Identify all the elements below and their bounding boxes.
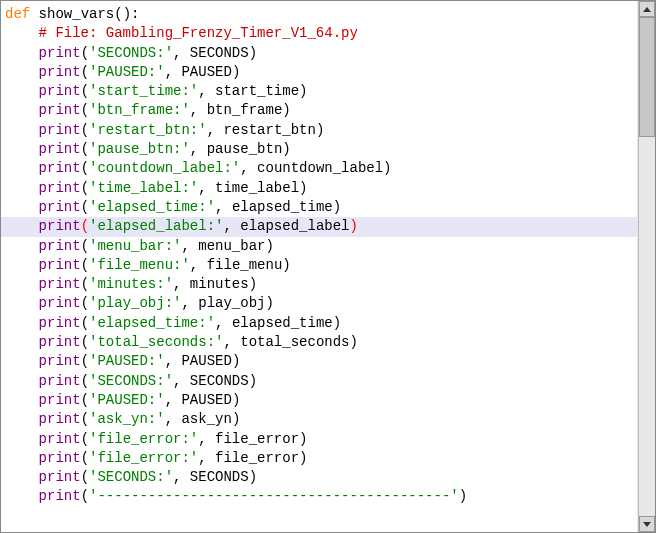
variable-ref: elapsed_time bbox=[232, 315, 333, 331]
print-builtin: print bbox=[39, 257, 81, 273]
string-literal: 'total_seconds:' bbox=[89, 334, 223, 350]
print-builtin: print bbox=[39, 315, 81, 331]
code-editor-frame: def show_vars(): # File: Gambling_Frenzy… bbox=[0, 0, 656, 533]
print-builtin: print bbox=[39, 180, 81, 196]
code-line-print-19: print('ask_yn:', ask_yn) bbox=[1, 410, 637, 429]
code-line-print-16: print('PAUSED:', PAUSED) bbox=[1, 352, 637, 371]
string-literal: 'countdown_label:' bbox=[89, 160, 240, 176]
arrow-up-icon bbox=[643, 7, 651, 12]
comment-text: # File: Gambling_Frenzy_Timer_V1_64.py bbox=[5, 25, 358, 41]
print-builtin: print bbox=[39, 334, 81, 350]
code-area[interactable]: def show_vars(): # File: Gambling_Frenzy… bbox=[1, 1, 637, 532]
code-line-print-18: print('PAUSED:', PAUSED) bbox=[1, 391, 637, 410]
variable-ref: countdown_label bbox=[257, 160, 383, 176]
code-line-print-2: print('start_time:', start_time) bbox=[1, 82, 637, 101]
code-line-print-12: print('minutes:', minutes) bbox=[1, 275, 637, 294]
code-line-print-15: print('total_seconds:', total_seconds) bbox=[1, 333, 637, 352]
variable-ref: SECONDS bbox=[190, 373, 249, 389]
code-line-print-11: print('file_menu:', file_menu) bbox=[1, 256, 637, 275]
variable-ref: PAUSED bbox=[181, 353, 231, 369]
variable-ref: minutes bbox=[190, 276, 249, 292]
variable-ref: start_time bbox=[215, 83, 299, 99]
variable-ref: ask_yn bbox=[181, 411, 231, 427]
variable-ref: menu_bar bbox=[198, 238, 265, 254]
keyword-def: def bbox=[5, 6, 30, 22]
string-literal: 'restart_btn:' bbox=[89, 122, 207, 138]
code-line-print-1: print('PAUSED:', PAUSED) bbox=[1, 63, 637, 82]
code-line-print-8: print('elapsed_time:', elapsed_time) bbox=[1, 198, 637, 217]
variable-ref: file_error bbox=[215, 431, 299, 447]
print-builtin: print bbox=[39, 45, 81, 61]
string-literal: 'SECONDS:' bbox=[89, 469, 173, 485]
string-literal: 'file_error:' bbox=[89, 431, 198, 447]
code-line-print-14: print('elapsed_time:', elapsed_time) bbox=[1, 314, 637, 333]
variable-ref: SECONDS bbox=[190, 45, 249, 61]
string-literal: 'SECONDS:' bbox=[89, 45, 173, 61]
print-builtin: print bbox=[39, 431, 81, 447]
string-literal: 'PAUSED:' bbox=[89, 353, 165, 369]
print-builtin: print bbox=[39, 199, 81, 215]
code-line-print-3: print('btn_frame:', btn_frame) bbox=[1, 101, 637, 120]
scroll-thumb[interactable] bbox=[639, 17, 655, 137]
print-builtin: print bbox=[39, 411, 81, 427]
variable-ref: time_label bbox=[215, 180, 299, 196]
code-line-print-20: print('file_error:', file_error) bbox=[1, 430, 637, 449]
string-literal: 'ask_yn:' bbox=[89, 411, 165, 427]
string-literal: 'file_menu:' bbox=[89, 257, 190, 273]
variable-ref: total_seconds bbox=[240, 334, 349, 350]
code-line-print-6: print('countdown_label:', countdown_labe… bbox=[1, 159, 637, 178]
code-line-print-21: print('file_error:', file_error) bbox=[1, 449, 637, 468]
variable-ref: file_error bbox=[215, 450, 299, 466]
string-literal: 'PAUSED:' bbox=[89, 392, 165, 408]
code-line-print-7: print('time_label:', time_label) bbox=[1, 179, 637, 198]
print-builtin: print bbox=[39, 276, 81, 292]
string-literal: 'file_error:' bbox=[89, 450, 198, 466]
string-literal: 'play_obj:' bbox=[89, 295, 181, 311]
print-builtin: print bbox=[39, 102, 81, 118]
code-line-print-17: print('SECONDS:', SECONDS) bbox=[1, 372, 637, 391]
string-literal: 'menu_bar:' bbox=[89, 238, 181, 254]
vertical-scrollbar[interactable] bbox=[638, 1, 655, 532]
print-builtin: print bbox=[39, 238, 81, 254]
variable-ref: pause_btn bbox=[207, 141, 283, 157]
variable-ref: elapsed_time bbox=[232, 199, 333, 215]
variable-ref: PAUSED bbox=[181, 64, 231, 80]
string-literal: 'PAUSED:' bbox=[89, 64, 165, 80]
print-builtin: print bbox=[39, 295, 81, 311]
print-builtin: print bbox=[39, 218, 81, 234]
print-builtin: print bbox=[39, 141, 81, 157]
variable-ref: btn_frame bbox=[207, 102, 283, 118]
code-line-dashes: print('---------------------------------… bbox=[1, 487, 637, 506]
print-builtin: print bbox=[39, 353, 81, 369]
print-builtin: print bbox=[39, 488, 81, 504]
variable-ref: elapsed_label bbox=[240, 218, 349, 234]
arrow-down-icon bbox=[643, 522, 651, 527]
variable-ref: PAUSED bbox=[181, 392, 231, 408]
variable-ref: play_obj bbox=[198, 295, 265, 311]
scroll-up-button[interactable] bbox=[639, 1, 655, 17]
print-builtin: print bbox=[39, 373, 81, 389]
code-line-comment: # File: Gambling_Frenzy_Timer_V1_64.py bbox=[1, 24, 637, 43]
print-builtin: print bbox=[39, 122, 81, 138]
variable-ref: SECONDS bbox=[190, 469, 249, 485]
code-line-def: def show_vars(): bbox=[1, 5, 637, 24]
string-literal: 'elapsed_time:' bbox=[89, 315, 215, 331]
variable-ref: restart_btn bbox=[223, 122, 315, 138]
string-literal: 'minutes:' bbox=[89, 276, 173, 292]
string-literal: 'elapsed_time:' bbox=[89, 199, 215, 215]
code-line-print-0: print('SECONDS:', SECONDS) bbox=[1, 44, 637, 63]
scroll-down-button[interactable] bbox=[639, 516, 655, 532]
string-literal: 'btn_frame:' bbox=[89, 102, 190, 118]
code-line-print-10: print('menu_bar:', menu_bar) bbox=[1, 237, 637, 256]
print-builtin: print bbox=[39, 160, 81, 176]
string-literal: 'pause_btn:' bbox=[89, 141, 190, 157]
code-line-print-22: print('SECONDS:', SECONDS) bbox=[1, 468, 637, 487]
func-signature: show_vars(): bbox=[30, 6, 139, 22]
code-line-print-9: print('elapsed_label:', elapsed_label) bbox=[1, 217, 637, 236]
variable-ref: file_menu bbox=[207, 257, 283, 273]
string-literal: 'elapsed_label:' bbox=[89, 218, 223, 234]
print-builtin: print bbox=[39, 450, 81, 466]
code-line-print-4: print('restart_btn:', restart_btn) bbox=[1, 121, 637, 140]
print-builtin: print bbox=[39, 392, 81, 408]
string-literal: 'time_label:' bbox=[89, 180, 198, 196]
